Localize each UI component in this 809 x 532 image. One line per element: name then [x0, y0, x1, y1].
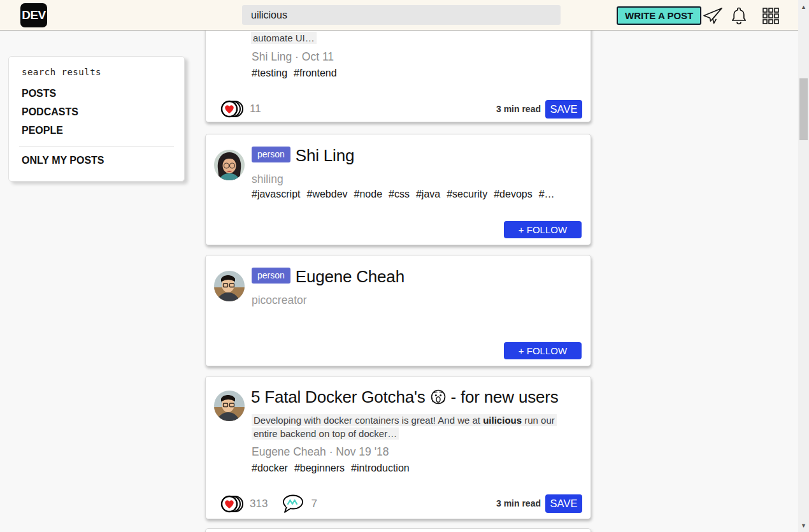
heart-reactions-icon — [220, 494, 245, 514]
heart-reactions-icon — [220, 99, 245, 119]
post-tags: #docker#beginners#introduction — [252, 463, 416, 474]
tag-link[interactable]: #introduction — [351, 463, 410, 473]
search-input[interactable] — [242, 5, 561, 25]
sidebar-item-posts[interactable]: POSTS — [22, 89, 171, 99]
reaction-count: 313 — [250, 498, 268, 510]
post-title[interactable]: 5 Fatal Docker Gotcha's - for new users — [251, 387, 559, 407]
scroll-down-arrow[interactable]: ▼ — [798, 520, 809, 531]
sidebar-item-podcasts[interactable]: PODCASTS — [22, 107, 171, 117]
scrollbar-thumb[interactable] — [799, 78, 808, 140]
tag-link[interactable]: #docker — [252, 463, 288, 473]
tag-link[interactable]: #webdev — [306, 189, 347, 199]
post-snippet: automate UI… — [251, 31, 569, 45]
vertical-scrollbar[interactable]: ▲ ▼ — [798, 0, 809, 532]
comment-count: 7 — [311, 498, 317, 510]
avatar[interactable] — [214, 391, 245, 421]
save-button[interactable]: SAVE — [545, 494, 582, 513]
person-card-picocreator[interactable]: personEugene Cheah picocreator + FOLLOW — [205, 255, 591, 366]
read-time: 3 min read — [496, 104, 541, 114]
reaction-count: 11 — [250, 103, 261, 115]
panel-title: search results — [22, 67, 171, 77]
apps-grid-icon[interactable] — [762, 8, 779, 24]
top-header: DEV WRITE A POST — [0, 0, 798, 31]
reactions-row: 11 — [220, 99, 261, 119]
post-snippet: Developing with docker containers is gre… — [252, 413, 570, 440]
tag-link[interactable]: #frontend — [294, 68, 337, 78]
screaming-face-emoji — [430, 389, 447, 405]
post-meta: Shi Ling · Oct 11 — [252, 50, 334, 64]
person-username: shiling — [252, 173, 283, 186]
person-card-shiling[interactable]: personShi Ling shiling #javascript#webde… — [205, 134, 591, 245]
reactions-row: 313 7 — [220, 494, 317, 514]
tag-link[interactable]: #javascript — [252, 189, 300, 199]
person-tags: #javascript#webdev#node#css#java#securit… — [252, 189, 561, 200]
person-name[interactable]: Shi Ling — [296, 146, 354, 165]
read-time: 3 min read — [496, 498, 541, 508]
person-username: picocreator — [252, 294, 307, 307]
sidebar-item-people[interactable]: PEOPLE — [22, 126, 171, 136]
post-tags: #testing#frontend — [252, 68, 343, 79]
bell-icon[interactable] — [730, 6, 748, 25]
write-post-button[interactable]: WRITE A POST — [617, 6, 701, 25]
comments-icon — [280, 494, 306, 514]
tag-link[interactable]: #devops — [494, 189, 533, 199]
tag-link[interactable]: #node — [354, 189, 383, 199]
sidebar-divider — [19, 146, 174, 147]
follow-button[interactable]: + FOLLOW — [504, 221, 582, 238]
scroll-up-arrow[interactable]: ▲ — [798, 1, 809, 12]
follow-button[interactable]: + FOLLOW — [504, 342, 582, 359]
tag-link[interactable]: #java — [416, 189, 440, 199]
post-meta: Eugene Cheah · Nov 19 '18 — [252, 445, 389, 459]
post-card-peek[interactable] — [205, 528, 591, 532]
tag-link[interactable]: #css — [389, 189, 410, 199]
tag-link[interactable]: #testing — [252, 68, 287, 78]
avatar[interactable] — [214, 150, 245, 180]
paper-plane-icon[interactable] — [702, 7, 723, 25]
save-button[interactable]: SAVE — [545, 100, 582, 119]
search-results-panel: search results POSTS PODCASTS PEOPLE ONL… — [8, 56, 185, 182]
sidebar-item-only-my-posts[interactable]: ONLY MY POSTS — [22, 155, 171, 166]
tag-link[interactable]: #… — [539, 189, 555, 199]
post-card-docker[interactable]: 5 Fatal Docker Gotcha's - for new users … — [205, 376, 591, 519]
tag-link[interactable]: #security — [447, 189, 487, 199]
person-name[interactable]: Eugene Cheah — [296, 267, 404, 286]
avatar[interactable] — [214, 271, 245, 301]
person-badge: person — [252, 268, 290, 284]
person-badge: person — [252, 147, 290, 162]
tag-link[interactable]: #beginners — [294, 463, 345, 473]
dev-logo[interactable]: DEV — [20, 3, 47, 27]
